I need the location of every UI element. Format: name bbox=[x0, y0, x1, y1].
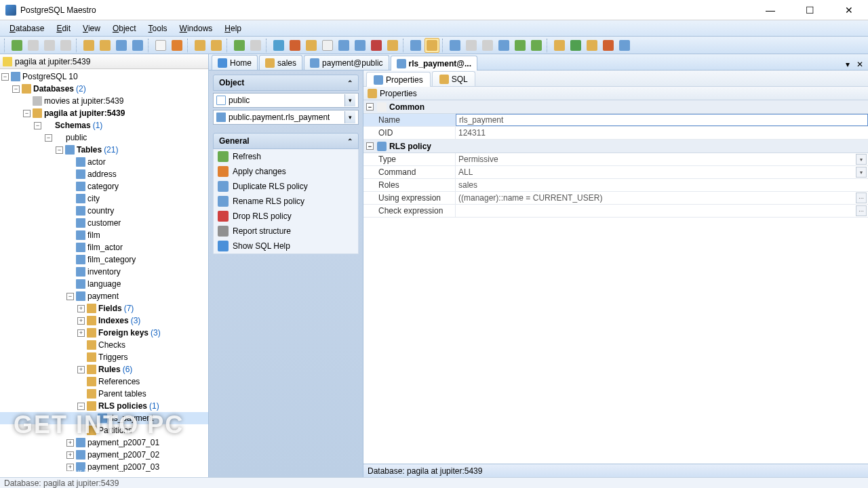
tb-open[interactable] bbox=[81, 38, 96, 53]
menu-object[interactable]: Object bbox=[107, 22, 142, 35]
tb-back[interactable] bbox=[513, 38, 528, 53]
object-tree[interactable]: −PostgreSQL 10−Databases(2)movies at jup… bbox=[0, 69, 208, 477]
property-row[interactable]: Rolessales bbox=[363, 179, 868, 192]
tree-item[interactable]: −Databases(2) bbox=[0, 83, 208, 95]
tab-close-button[interactable]: ✕ bbox=[854, 59, 865, 70]
property-group[interactable]: −Common bbox=[363, 100, 868, 114]
expand-toggle[interactable]: − bbox=[56, 146, 63, 154]
tree-item[interactable]: +payment_p2007_01 bbox=[0, 436, 208, 449]
tab-dropdown-button[interactable]: ▾ bbox=[842, 59, 853, 70]
ellipsis-button[interactable]: ⋯ bbox=[856, 192, 867, 203]
property-value[interactable]: ((manager)::name = CURRENT_USER)⋯ bbox=[456, 192, 868, 204]
menu-windows[interactable]: Windows bbox=[174, 22, 218, 35]
tb-export[interactable] bbox=[209, 38, 224, 53]
tb-connect[interactable] bbox=[9, 38, 24, 53]
tb-compare[interactable] bbox=[336, 38, 351, 53]
property-row[interactable]: OID124311 bbox=[363, 127, 868, 140]
expand-toggle[interactable]: + bbox=[66, 464, 74, 471]
tb-refresh[interactable] bbox=[42, 38, 57, 53]
tb-prefs[interactable] bbox=[617, 38, 632, 53]
tree-item[interactable]: customer bbox=[0, 217, 208, 229]
tb-window[interactable] bbox=[480, 38, 495, 53]
expand-toggle[interactable]: − bbox=[45, 134, 52, 142]
tb-stop[interactable] bbox=[248, 38, 263, 53]
general-section-header[interactable]: General ⌃ bbox=[213, 133, 359, 149]
expand-toggle[interactable]: − bbox=[77, 403, 85, 410]
tree-item[interactable]: film_actor bbox=[0, 241, 208, 253]
expand-toggle[interactable]: − bbox=[1, 73, 9, 81]
ellipsis-button[interactable]: ⋯ bbox=[856, 205, 867, 216]
expand-toggle[interactable]: − bbox=[34, 122, 41, 129]
expand-toggle[interactable]: + bbox=[66, 451, 74, 459]
tree-item[interactable]: Parent tables bbox=[0, 388, 208, 400]
property-value[interactable]: sales bbox=[456, 179, 868, 191]
tree-item[interactable]: city bbox=[0, 192, 208, 205]
tb-forward[interactable] bbox=[529, 38, 544, 53]
tree-item[interactable]: film_category bbox=[0, 253, 208, 266]
tree-item[interactable]: +Indexes(3) bbox=[0, 314, 208, 327]
action-item[interactable]: Duplicate RLS policy bbox=[214, 179, 358, 194]
document-tab[interactable]: payment@public bbox=[304, 55, 389, 70]
tb-cascade[interactable] bbox=[464, 38, 479, 53]
tb-run[interactable] bbox=[232, 38, 247, 53]
object-path-combo[interactable]: public.payment.rls_payment ▾ bbox=[213, 110, 359, 125]
object-section-header[interactable]: Object ⌃ bbox=[213, 75, 359, 91]
document-tab[interactable]: rls_payment@... bbox=[391, 56, 477, 70]
tree-item[interactable]: actor bbox=[0, 156, 208, 168]
tb-script[interactable] bbox=[193, 38, 208, 53]
property-value[interactable]: ALL▾ bbox=[456, 166, 868, 178]
menu-tools[interactable]: Tools bbox=[143, 22, 173, 35]
sub-tab[interactable]: Properties bbox=[366, 72, 431, 87]
tree-item[interactable]: inventory bbox=[0, 266, 208, 278]
action-item[interactable]: Rename RLS policy bbox=[214, 194, 358, 209]
menu-help[interactable]: Help bbox=[219, 22, 247, 35]
property-value[interactable]: 124311 bbox=[456, 127, 868, 139]
tb-migrate[interactable] bbox=[353, 38, 368, 53]
tb-highlight[interactable] bbox=[425, 38, 439, 53]
menu-view[interactable]: View bbox=[77, 22, 106, 35]
expand-toggle[interactable]: + bbox=[77, 305, 85, 312]
expand-toggle[interactable]: + bbox=[66, 439, 74, 447]
dropdown-button[interactable]: ▾ bbox=[856, 154, 867, 165]
tb-new[interactable] bbox=[153, 38, 168, 53]
tree-item[interactable]: movies at jupiter:5439 bbox=[0, 95, 208, 107]
tree-item[interactable]: −public bbox=[0, 131, 208, 144]
tb-report[interactable] bbox=[320, 38, 335, 53]
property-row[interactable]: Namerls_payment bbox=[363, 114, 868, 127]
property-value[interactable]: ⋯ bbox=[456, 205, 868, 217]
tb-grid[interactable] bbox=[114, 38, 129, 53]
close-button[interactable]: ✕ bbox=[835, 3, 863, 18]
tb-disconnect[interactable] bbox=[26, 38, 41, 53]
tree-item[interactable]: −payment bbox=[0, 290, 208, 302]
tb-save[interactable] bbox=[98, 38, 113, 53]
tree-item[interactable]: language bbox=[0, 278, 208, 290]
tree-item[interactable]: +Fields(7) bbox=[0, 302, 208, 314]
tb-image[interactable] bbox=[271, 38, 286, 53]
tree-item[interactable]: −Schemas(1) bbox=[0, 119, 208, 131]
maximize-button[interactable]: ☐ bbox=[796, 3, 823, 18]
property-value[interactable]: Permissive▾ bbox=[456, 153, 868, 165]
tb-debug[interactable] bbox=[369, 38, 384, 53]
property-row[interactable]: CommandALL▾ bbox=[363, 166, 868, 179]
menu-database[interactable]: Database bbox=[4, 22, 50, 35]
schema-combo[interactable]: public ▾ bbox=[213, 93, 359, 108]
tb-edit[interactable] bbox=[170, 38, 184, 53]
sub-tab[interactable]: SQL bbox=[432, 71, 475, 86]
expand-toggle[interactable]: − bbox=[23, 110, 31, 117]
expand-toggle[interactable]: + bbox=[77, 366, 85, 373]
tb-chart[interactable] bbox=[288, 38, 302, 53]
tb-filter[interactable] bbox=[408, 38, 423, 53]
tb-mail[interactable] bbox=[585, 38, 599, 53]
tree-item[interactable]: rls_payment bbox=[0, 412, 208, 424]
tree-item[interactable]: Checks bbox=[0, 339, 208, 351]
tb-cube[interactable] bbox=[304, 38, 319, 53]
tb-print[interactable] bbox=[601, 38, 616, 53]
action-item[interactable]: Drop RLS policy bbox=[214, 209, 358, 224]
tb-web[interactable] bbox=[568, 38, 583, 53]
action-item[interactable]: Show SQL Help bbox=[214, 239, 358, 253]
expand-toggle[interactable]: − bbox=[12, 85, 20, 93]
tree-item[interactable]: +Foreign keys(3) bbox=[0, 327, 208, 339]
tree-item[interactable]: −pagila at jupiter:5439 bbox=[0, 107, 208, 119]
document-tab[interactable]: Home bbox=[212, 55, 258, 70]
tree-item[interactable]: −Tables(21) bbox=[0, 144, 208, 156]
